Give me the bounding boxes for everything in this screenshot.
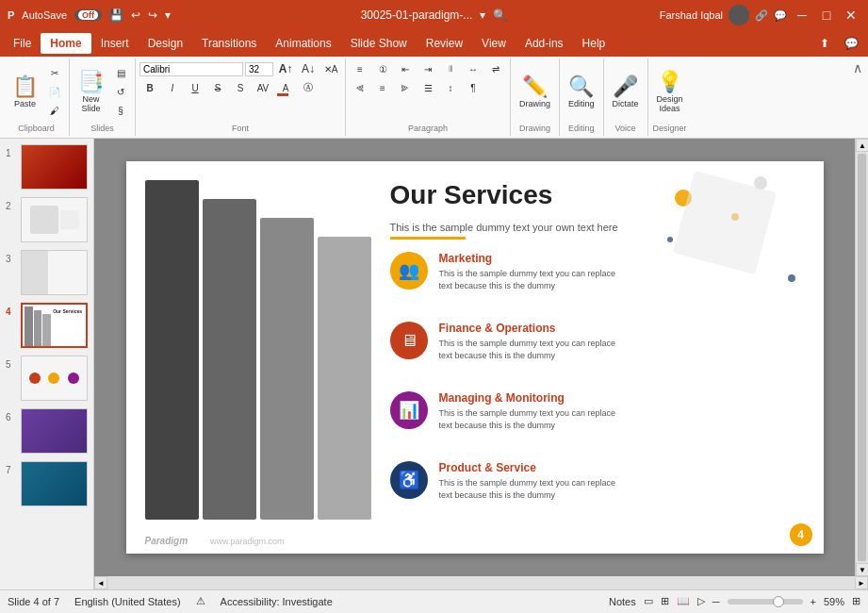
save-icon[interactable]: 💾 bbox=[109, 8, 123, 22]
notes-button[interactable]: Notes bbox=[609, 596, 636, 607]
spacing-button[interactable]: AV bbox=[253, 79, 273, 96]
drawing-group-label: Drawing bbox=[515, 124, 555, 134]
reading-view-icon[interactable]: 📖 bbox=[677, 595, 690, 607]
zoom-slider-thumb[interactable] bbox=[773, 596, 784, 607]
menu-addins[interactable]: Add-ins bbox=[516, 33, 573, 54]
cut-button[interactable]: ✂ bbox=[44, 65, 65, 82]
slide-thumb-6[interactable]: 6 bbox=[4, 406, 90, 456]
slide-sorter-icon[interactable]: ⊞ bbox=[661, 595, 669, 607]
decrease-font-button[interactable]: A↓ bbox=[298, 60, 319, 77]
comment-icon[interactable]: 💬 bbox=[774, 9, 787, 22]
increase-font-button[interactable]: A↑ bbox=[275, 60, 296, 77]
slide-thumb-5[interactable]: 5 bbox=[4, 354, 90, 403]
undo-icon[interactable]: ↩ bbox=[131, 8, 140, 22]
bullets-button[interactable]: ≡ bbox=[350, 60, 370, 77]
customize-icon[interactable]: ▾ bbox=[165, 8, 171, 22]
dictate-button[interactable]: 🎤 Dictate bbox=[608, 63, 644, 122]
service-icon-2: 🖥 bbox=[390, 322, 428, 359]
design-ideas-button[interactable]: 💡 DesignIdeas bbox=[652, 63, 688, 122]
slide-canvas[interactable]: Our Services This is the sample dummy te… bbox=[126, 161, 824, 554]
increase-indent-button[interactable]: ⇥ bbox=[418, 60, 438, 77]
search-icon[interactable]: 🔍 bbox=[493, 8, 507, 22]
fit-slide-button[interactable]: ⊞ bbox=[852, 595, 860, 607]
file-dropdown-icon[interactable]: ▾ bbox=[480, 8, 485, 22]
font-family-selector[interactable]: Calibri bbox=[139, 62, 243, 76]
slide-thumb-3[interactable]: 3 bbox=[4, 248, 90, 297]
line-spacing-button[interactable]: ↕ bbox=[440, 79, 461, 96]
vertical-scrollbar[interactable]: ▲ ▼ bbox=[855, 139, 868, 576]
layout-button[interactable]: ▤ bbox=[110, 65, 131, 82]
align-center-button[interactable]: ≡ bbox=[372, 79, 393, 96]
copy-button[interactable]: 📄 bbox=[44, 84, 65, 101]
decrease-indent-button[interactable]: ⇤ bbox=[395, 60, 416, 77]
menu-design[interactable]: Design bbox=[139, 33, 192, 54]
align-left-button[interactable]: ⫷ bbox=[350, 79, 370, 96]
clear-format-button[interactable]: ✕A bbox=[320, 60, 341, 77]
underline-button[interactable]: U bbox=[185, 79, 205, 96]
slide-thumb-7[interactable]: 7 bbox=[4, 459, 90, 508]
zoom-bar[interactable] bbox=[728, 599, 803, 605]
share-icon[interactable]: 🔗 bbox=[755, 9, 768, 22]
columns-button[interactable]: ⫴ bbox=[440, 60, 461, 77]
user-name: Farshad Iqbal bbox=[660, 9, 723, 21]
slide-thumb-4[interactable]: 4 Our Services bbox=[4, 301, 90, 350]
normal-view-icon[interactable]: ▭ bbox=[644, 595, 653, 607]
editing-button[interactable]: 🔍 Editing bbox=[564, 63, 599, 122]
format-painter-button[interactable]: 🖌 bbox=[44, 103, 65, 120]
autosave-toggle[interactable]: Off bbox=[74, 9, 102, 21]
slideshow-icon[interactable]: ▷ bbox=[697, 595, 705, 607]
justify-button[interactable]: ☰ bbox=[418, 79, 438, 96]
horizontal-scrollbar[interactable] bbox=[107, 576, 855, 589]
new-slide-button[interactable]: 📑 NewSlide bbox=[74, 63, 108, 122]
slide-panel[interactable]: 1 2 3 4 bbox=[0, 139, 94, 589]
redo-icon[interactable]: ↪ bbox=[148, 8, 157, 22]
ribbon-comment-icon[interactable]: 💬 bbox=[839, 37, 864, 50]
service-icon-4: ♿ bbox=[390, 461, 428, 499]
ribbon-share-icon[interactable]: ⬆ bbox=[814, 37, 835, 50]
scroll-up-button[interactable]: ▲ bbox=[856, 139, 868, 152]
collapse-ribbon-button[interactable]: ∧ bbox=[851, 58, 864, 136]
highlight-button[interactable]: Ⓐ bbox=[298, 79, 319, 96]
convert-button[interactable]: ⇌ bbox=[485, 60, 506, 77]
menu-transitions[interactable]: Transitions bbox=[192, 33, 266, 54]
zoom-in-button[interactable]: + bbox=[811, 596, 816, 607]
scroll-thumb-v[interactable] bbox=[858, 154, 866, 561]
menu-help[interactable]: Help bbox=[573, 33, 615, 54]
maximize-button[interactable]: □ bbox=[817, 6, 836, 25]
font-color-button[interactable]: A bbox=[275, 79, 296, 96]
menu-file[interactable]: File bbox=[4, 33, 41, 54]
direction-button[interactable]: ↔ bbox=[463, 60, 483, 77]
strikethrough-button[interactable]: S bbox=[207, 79, 228, 96]
scroll-right-button[interactable]: ► bbox=[855, 576, 868, 589]
zoom-slider[interactable] bbox=[728, 599, 803, 605]
numbering-button[interactable]: ① bbox=[372, 60, 393, 77]
menu-home[interactable]: Home bbox=[41, 33, 90, 54]
reset-button[interactable]: ↺ bbox=[110, 84, 131, 101]
bold-button[interactable]: B bbox=[139, 79, 160, 96]
minimize-button[interactable]: ─ bbox=[793, 6, 811, 25]
shadow-button[interactable]: S bbox=[230, 79, 251, 96]
zoom-out-button[interactable]: ─ bbox=[712, 596, 720, 607]
menu-review[interactable]: Review bbox=[417, 33, 472, 54]
menu-animations[interactable]: Animations bbox=[266, 33, 340, 54]
scroll-left-button[interactable]: ◄ bbox=[94, 576, 107, 589]
menu-view[interactable]: View bbox=[472, 33, 516, 54]
font-size-selector[interactable]: 32 bbox=[245, 62, 273, 76]
section-button[interactable]: § bbox=[110, 103, 131, 120]
align-right-button[interactable]: ⫸ bbox=[395, 79, 416, 96]
menu-slideshow[interactable]: Slide Show bbox=[341, 33, 417, 54]
menu-insert[interactable]: Insert bbox=[91, 33, 139, 54]
scroll-down-button[interactable]: ▼ bbox=[856, 563, 868, 576]
slide-thumb-2[interactable]: 2 bbox=[4, 195, 90, 244]
paragraph-settings-button[interactable]: ¶ bbox=[463, 79, 483, 96]
drawing-button[interactable]: ✏️ Drawing bbox=[515, 63, 555, 122]
collapse-icon[interactable]: ∧ bbox=[853, 60, 862, 75]
accessibility-text[interactable]: Accessibility: Investigate bbox=[221, 596, 333, 607]
slide-num-3: 3 bbox=[6, 254, 17, 264]
paste-button[interactable]: 📋 Paste bbox=[8, 63, 42, 122]
slide-thumb-1[interactable]: 1 bbox=[4, 142, 90, 191]
italic-button[interactable]: I bbox=[162, 79, 183, 96]
autosave-label: AutoSave bbox=[22, 9, 67, 21]
close-button[interactable]: ✕ bbox=[842, 6, 860, 25]
zoom-level[interactable]: 59% bbox=[824, 596, 844, 607]
